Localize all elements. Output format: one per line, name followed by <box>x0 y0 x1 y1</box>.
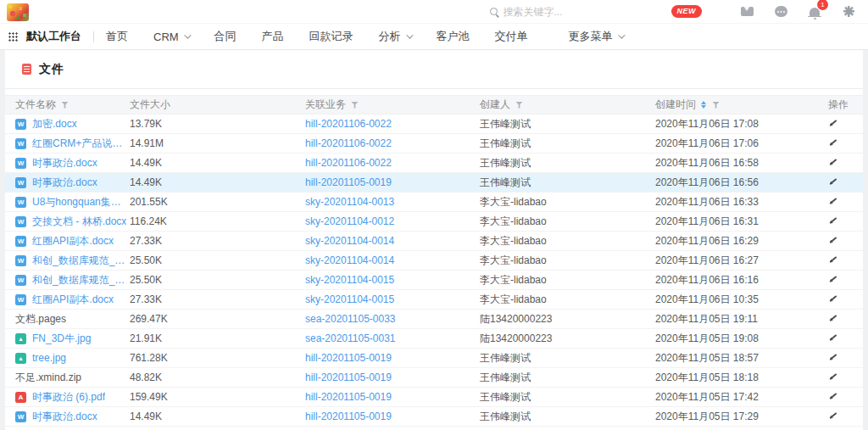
edit-pencil-icon[interactable] <box>828 293 839 304</box>
table-row[interactable]: W时事政治.docx14.49Khill-20201105-0019王伟峰测试2… <box>5 173 863 193</box>
app-logo[interactable] <box>7 3 29 21</box>
edit-pencil-icon[interactable] <box>828 351 839 362</box>
nav-item-2[interactable]: 合同 <box>214 29 236 44</box>
related-business-link[interactable]: sea-20201105-0031 <box>305 332 396 344</box>
file-name-link[interactable]: 和创_数据库规范_20171124.doc <box>32 273 130 288</box>
file-name-link[interactable]: 红圈CRM+产品说明201901_前端... <box>32 137 130 151</box>
file-size-cell: 14.49K <box>130 157 305 169</box>
related-business-link[interactable]: sky-20201104-0014 <box>305 235 394 247</box>
related-business-link[interactable]: sky-20201104-0015 <box>305 293 394 305</box>
file-name-link[interactable]: 时事政治.docx <box>32 176 97 190</box>
related-business-link[interactable]: hill-20201106-0022 <box>305 157 392 169</box>
related-business-link[interactable]: hill-20201106-0022 <box>305 118 392 130</box>
table-row[interactable]: W红圈CRM+产品说明201901_前端...14.91Mhill-202011… <box>5 134 863 154</box>
column-header-4: 创建时间 <box>655 98 821 112</box>
related-business-link[interactable]: sky-20201104-0013 <box>305 196 394 208</box>
edit-pencil-icon[interactable] <box>828 371 839 382</box>
action-cell <box>821 195 860 209</box>
table-row[interactable]: ▲FN_3D牛.jpg21.91Ksea-20201105-0031陆13420… <box>5 329 863 349</box>
nav-item-more-menu[interactable]: 更多菜单 <box>569 29 623 44</box>
table-row[interactable]: W交接文档 - 林桥.docx116.24Ksky-20201104-0012李… <box>5 212 863 232</box>
filter-funnel-icon[interactable] <box>515 102 523 109</box>
edit-pencil-icon[interactable] <box>828 332 839 343</box>
filter-funnel-icon[interactable] <box>712 102 720 109</box>
file-name-link[interactable]: 时事政治 (6).pdf <box>32 390 105 405</box>
related-business-link[interactable]: hill-20201105-0019 <box>305 391 392 403</box>
search-input[interactable] <box>504 6 597 18</box>
related-business-link[interactable]: sky-20201104-0015 <box>305 274 394 286</box>
table-row[interactable]: W和创_数据库规范_20171124.doc25.50Ksky-20201104… <box>5 251 863 271</box>
filter-funnel-icon[interactable] <box>351 102 359 109</box>
related-business-link[interactable]: sea-20201105-0033 <box>305 313 396 325</box>
edit-pencil-icon[interactable] <box>828 312 839 323</box>
table-row[interactable]: 不足.xmind.zip48.82Khill-20201105-0019王伟峰测… <box>5 368 863 388</box>
file-name-link[interactable]: 时事政治.docx <box>32 156 97 170</box>
table-row[interactable]: W时事政治.docx14.49Khill-20201106-0022王伟峰测试2… <box>5 154 863 173</box>
message-icon[interactable] <box>773 5 788 19</box>
edit-pencil-icon[interactable] <box>828 137 839 148</box>
created-time-cell: 2020年11月06日 16:16 <box>655 273 821 288</box>
docx-file-icon: W <box>15 138 26 149</box>
table-row[interactable]: W加密.docx13.79Khill-20201106-0022王伟峰测试202… <box>5 114 863 134</box>
related-business-link[interactable]: sky-20201104-0014 <box>305 254 394 266</box>
nav-item-4[interactable]: 回款记录 <box>309 29 353 44</box>
table-row[interactable]: ▲tree.jpg761.28Khill-20201105-0019王伟峰测试2… <box>5 349 863 368</box>
edit-pencil-icon[interactable] <box>828 273 839 284</box>
table-row[interactable]: WU8与hongquan集成方案.docx201.55Ksky-20201104… <box>5 193 863 212</box>
workspace-switcher[interactable]: 默认工作台 <box>26 29 81 44</box>
mail-icon[interactable] <box>739 5 754 19</box>
file-size-cell: 14.49K <box>130 176 305 188</box>
table-row[interactable]: W时事政治.docx14.49Khill-20201105-0019王伟峰测试2… <box>5 407 863 427</box>
new-badge[interactable]: NEW <box>671 5 703 18</box>
related-business-link[interactable]: hill-20201105-0019 <box>305 176 392 188</box>
edit-pencil-icon[interactable] <box>828 156 839 167</box>
table-row[interactable]: A时事政治 (6).pdf159.49Khill-20201105-0019王伟… <box>5 388 863 407</box>
file-size-cell: 116.24K <box>130 215 305 227</box>
table-row[interactable]: W红圈API副本.docx27.33Ksky-20201104-0015李大宝-… <box>5 290 863 310</box>
filter-funnel-icon[interactable] <box>61 102 69 109</box>
nav-item-6[interactable]: 客户池 <box>437 29 470 44</box>
related-business-link[interactable]: sky-20201104-0012 <box>305 215 394 227</box>
file-name-link[interactable]: FN_3D牛.jpg <box>32 332 91 346</box>
file-name-cell: ▲FN_3D牛.jpg <box>5 332 130 346</box>
file-name-link[interactable]: tree.jpg <box>32 352 66 364</box>
edit-pencil-icon[interactable] <box>828 390 839 401</box>
edit-pencil-icon[interactable] <box>828 176 839 187</box>
action-cell <box>821 273 860 287</box>
related-business-link[interactable]: hill-20201105-0019 <box>305 410 392 422</box>
sort-icon[interactable] <box>701 98 706 112</box>
edit-pencil-icon[interactable] <box>828 195 839 206</box>
action-cell <box>821 351 860 365</box>
file-name-link[interactable]: 红圈API副本.docx <box>32 293 114 307</box>
files-table: 文件名称文件大小关联业务创建人创建时间操作 W加密.docx13.79Khill… <box>5 95 863 427</box>
global-search[interactable] <box>490 6 597 18</box>
nav-item-0[interactable]: 首页 <box>106 29 128 44</box>
edit-pencil-icon[interactable] <box>828 234 839 245</box>
file-name-link[interactable]: 和创_数据库规范_20171124.doc <box>32 254 130 268</box>
table-row[interactable]: W红圈API副本.docx27.33Ksky-20201104-0014李大宝-… <box>5 232 863 251</box>
app-launcher-grid-icon[interactable] <box>8 32 18 42</box>
file-name-link[interactable]: 时事政治.docx <box>32 410 97 424</box>
edit-pencil-icon[interactable] <box>828 215 839 226</box>
edit-pencil-icon[interactable] <box>828 410 839 421</box>
navbar: 默认工作台 首页CRM合同产品回款记录分析客户池交付单 更多菜单 <box>0 24 868 50</box>
file-name-link[interactable]: 交接文档 - 林桥.docx <box>32 215 126 229</box>
edit-pencil-icon[interactable] <box>828 117 839 128</box>
notification-bell-icon[interactable]: 1 <box>807 5 822 19</box>
file-name-link[interactable]: 红圈API副本.docx <box>32 234 114 249</box>
file-name-link[interactable]: U8与hongquan集成方案.docx <box>32 195 130 209</box>
settings-gear-icon[interactable] <box>841 5 856 19</box>
nav-item-5[interactable]: 分析 <box>379 29 411 44</box>
nav-item-3[interactable]: 产品 <box>262 29 284 44</box>
table-row[interactable]: W和创_数据库规范_20171124.doc25.50Ksky-20201104… <box>5 271 863 290</box>
related-business-link[interactable]: hill-20201106-0022 <box>305 137 392 149</box>
file-name-link[interactable]: 加密.docx <box>32 117 77 131</box>
edit-pencil-icon[interactable] <box>828 254 839 265</box>
nav-item-7[interactable]: 交付单 <box>495 29 528 44</box>
file-name-cell: W时事政治.docx <box>5 156 130 170</box>
related-business-link[interactable]: hill-20201105-0019 <box>305 352 392 364</box>
nav-item-label: 合同 <box>214 29 236 44</box>
table-row[interactable]: 文档.pages269.47Ksea-20201105-0033陆1342000… <box>5 310 863 329</box>
related-business-link[interactable]: hill-20201105-0019 <box>305 371 392 383</box>
nav-item-1[interactable]: CRM <box>153 31 189 43</box>
